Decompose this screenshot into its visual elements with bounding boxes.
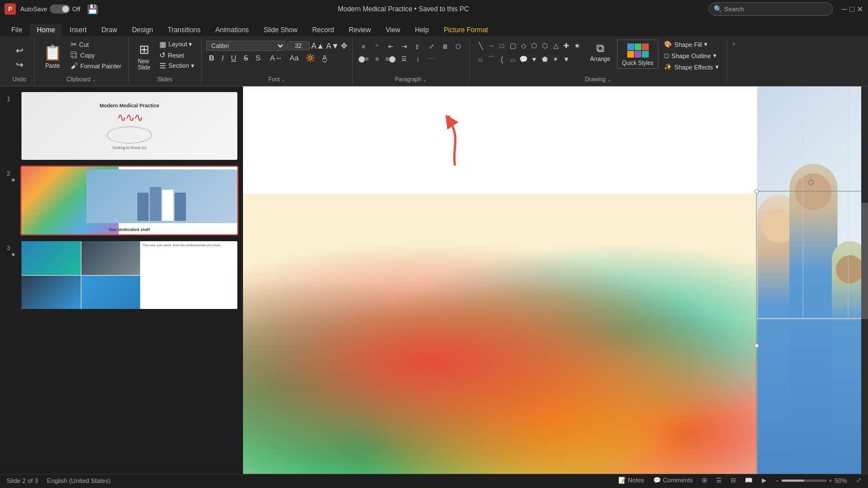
handle-ml[interactable] (754, 343, 759, 348)
text-case-btn[interactable]: Aa (287, 53, 302, 63)
tab-record[interactable]: Record (305, 24, 341, 36)
save-icon[interactable]: 💾 (87, 4, 98, 15)
shape-rect[interactable]: □ (497, 41, 507, 51)
paste-button[interactable]: 📋 Paste (39, 40, 66, 73)
para-expand-icon[interactable]: ⌄ (423, 77, 427, 82)
font-expand-icon[interactable]: ⌄ (281, 77, 285, 82)
increase-font-btn[interactable]: A▲ (311, 41, 324, 50)
maximize-btn[interactable]: □ (850, 5, 854, 14)
char-spacing-btn[interactable]: A↔ (267, 53, 285, 63)
font-name-select[interactable]: Calibri (206, 41, 285, 51)
minimize-btn[interactable]: ─ (842, 5, 848, 14)
numbering-btn[interactable]: ⁼ (371, 41, 383, 52)
justify-btn[interactable]: ☰ (398, 53, 410, 64)
shape-heart[interactable]: ♥ (529, 54, 539, 64)
copy-button[interactable]: ⿻ Copy (68, 50, 124, 60)
slide-thumb-3[interactable]: The care you need, from the professional… (20, 240, 238, 310)
arrange-button[interactable]: ⧉ Arrange (585, 40, 615, 64)
shape-hexagon[interactable]: ⬡ (540, 41, 550, 51)
layout-button[interactable]: ▦ Layout ▾ (157, 40, 197, 49)
comments-btn[interactable]: 💬 Comments (653, 477, 693, 484)
collapse-ribbon-btn[interactable]: ^ (730, 41, 739, 50)
bold-btn[interactable]: B (206, 53, 217, 63)
shape-round-rect[interactable]: ▢ (507, 41, 518, 51)
tab-home[interactable]: Home (30, 24, 62, 36)
tab-transitions[interactable]: Transitions (161, 24, 207, 36)
shape-line[interactable]: ╲ (475, 41, 485, 51)
canvas-area[interactable] (243, 86, 868, 474)
clipboard-expand-icon[interactable]: ⌄ (92, 77, 96, 82)
tab-slideshow[interactable]: Slide Show (257, 24, 304, 36)
view-outline-btn[interactable]: ☰ (716, 477, 722, 484)
shape-more[interactable]: ▼ (561, 54, 571, 64)
zoom-in-btn[interactable]: + (829, 477, 832, 484)
tab-picture-format[interactable]: Picture Format (437, 24, 495, 36)
new-slide-button[interactable]: ⊞ NewSlide (133, 40, 155, 73)
zoom-slider[interactable] (782, 480, 827, 482)
underline-btn[interactable]: U (228, 53, 239, 63)
tab-design[interactable]: Design (125, 24, 159, 36)
italic-btn[interactable]: I (219, 53, 227, 63)
notes-btn[interactable]: 📝 Notes (618, 477, 644, 484)
shape-diamond[interactable]: ◇ (518, 41, 528, 51)
shape-arc[interactable]: ⌓ (507, 54, 518, 64)
shadow-btn[interactable]: S (253, 53, 263, 63)
slide-thumb-1[interactable]: Modern Medical Practice ∿∿∿ Getting to K… (20, 91, 238, 161)
shape-star6[interactable]: ✶ (550, 54, 561, 64)
shape-pentagon2[interactable]: ⬟ (540, 54, 550, 64)
section-button[interactable]: ☰ Section ▾ (157, 61, 197, 71)
shape-brace[interactable]: { (497, 54, 507, 64)
shape-callout[interactable]: 💬 (518, 54, 528, 64)
rotate-handle[interactable] (808, 180, 814, 185)
cut-button[interactable]: ✂ Cut (68, 40, 124, 49)
format-painter-button[interactable]: 🖌 Format Painter (68, 61, 124, 71)
tab-draw[interactable]: Draw (94, 24, 124, 36)
font-color-btn[interactable]: A̲ (319, 53, 330, 63)
line-spacing-btn[interactable]: ↕ (411, 53, 424, 64)
shape-outline-button[interactable]: ◻ Shape Outline ▾ (661, 51, 722, 60)
decrease-font-btn[interactable]: A▼ (326, 41, 339, 50)
scrollbar-thumb-v[interactable] (861, 203, 868, 319)
strikethrough-btn[interactable]: S̶ (241, 53, 251, 63)
view-slide-sorter-btn[interactable]: ⊟ (731, 477, 736, 484)
shape-arrow-right[interactable]: → (486, 41, 496, 51)
vertical-scrollbar[interactable] (861, 86, 868, 474)
search-box[interactable]: 🔍 Search (709, 2, 833, 16)
tab-help[interactable]: Help (408, 24, 436, 36)
handle-tl[interactable] (754, 189, 759, 194)
decrease-indent-btn[interactable]: ⇤ (384, 41, 397, 52)
shape-curve[interactable]: ⌒ (486, 54, 496, 64)
zoom-out-btn[interactable]: − (775, 477, 779, 484)
reset-button[interactable]: ↺ Reset (157, 50, 197, 60)
undo-button[interactable]: ↩ (9, 44, 29, 57)
tab-animations[interactable]: Animations (209, 24, 255, 36)
tab-insert[interactable]: Insert (63, 24, 93, 36)
font-size-input[interactable] (287, 41, 310, 50)
shape-plus[interactable]: ✚ (561, 41, 571, 51)
highlight-btn[interactable]: 🔆 (303, 53, 318, 63)
clear-format-btn[interactable]: ✥ (341, 41, 348, 50)
view-reading-btn[interactable]: 📖 (745, 477, 753, 484)
para-more-btn[interactable]: ⋯ (425, 53, 437, 64)
view-normal-btn[interactable]: ⊞ (702, 477, 707, 484)
shape-pentagon[interactable]: ⬠ (529, 41, 539, 51)
text-direction-btn[interactable]: ⤢ (425, 41, 437, 52)
shape-fill-button[interactable]: 🎨 Shape Fill ▾ (661, 40, 722, 49)
slide-thumb-2[interactable]: Our dedicated staff (20, 165, 238, 236)
fit-screen-btn[interactable]: ⤢ (856, 477, 861, 484)
tab-view[interactable]: View (379, 24, 407, 36)
quick-styles-button[interactable]: Quick Styles (617, 40, 659, 69)
align-center-btn[interactable]: ≡ (371, 53, 383, 64)
columns-btn[interactable]: ⫿ (411, 41, 424, 52)
autosave-toggle[interactable] (50, 5, 70, 14)
bullets-btn[interactable]: ≡ (357, 41, 370, 52)
redo-button[interactable]: ↪ (9, 58, 29, 71)
tab-review[interactable]: Review (342, 24, 377, 36)
close-btn[interactable]: ✕ (857, 5, 863, 14)
align-left-btn[interactable]: ⬤≡ (357, 53, 370, 64)
shape-triangle[interactable]: △ (550, 41, 561, 51)
increase-indent-btn[interactable]: ⇥ (398, 41, 410, 52)
align-text-btn[interactable]: ≣ (439, 41, 451, 52)
shape-effects-button[interactable]: ✨ Shape Effects ▾ (661, 62, 722, 72)
align-right-btn[interactable]: ≡⬤ (384, 53, 397, 64)
